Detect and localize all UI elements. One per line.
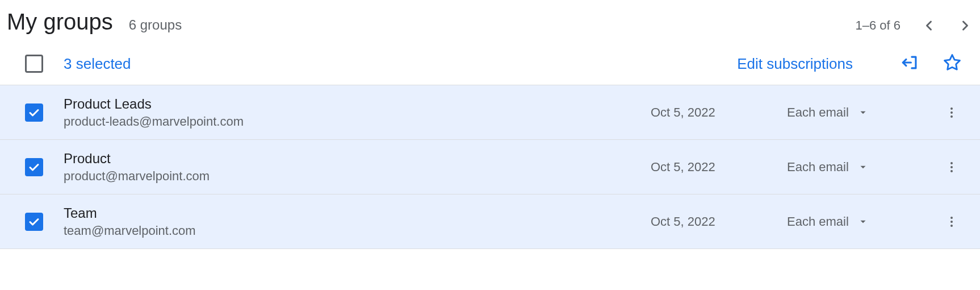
selected-count[interactable]: 3 selected [64,55,131,73]
group-date: Oct 5, 2022 [651,160,787,175]
group-name: Product [64,151,651,167]
pagination: 1–6 of 6 [855,18,973,34]
svg-point-1 [950,111,953,114]
page-header: My groups 6 groups 1–6 of 6 [0,0,980,46]
group-info: Team team@marvelpoint.com [64,205,651,238]
pagination-text: 1–6 of 6 [855,18,901,33]
edit-subscriptions-button[interactable]: Edit subscriptions [737,55,853,73]
more-vert-icon [945,215,958,229]
row-checkbox[interactable] [25,103,43,122]
group-count: 6 groups [129,17,182,33]
subscription-label: Each email [787,160,849,175]
svg-point-7 [950,221,953,223]
subscription-dropdown[interactable]: Each email [787,105,935,120]
svg-point-4 [950,166,953,168]
groups-list: Product Leads product-leads@marvelpoint.… [0,85,980,249]
check-icon [27,106,41,119]
page-title: My groups [7,9,113,35]
row-menu-button[interactable] [935,215,969,229]
check-icon [27,215,41,229]
group-name: Team [64,205,651,221]
svg-point-2 [950,115,953,118]
row-checkbox[interactable] [25,213,43,231]
dropdown-triangle-icon [858,107,868,118]
check-icon [27,160,41,174]
dropdown-triangle-icon [858,217,868,227]
chevron-right-icon [957,18,973,34]
group-info: Product product@marvelpoint.com [64,151,651,184]
subscription-dropdown[interactable]: Each email [787,160,935,175]
subscription-label: Each email [787,214,849,229]
leave-icon [901,53,920,72]
more-vert-icon [945,106,958,119]
dropdown-triangle-icon [858,162,868,172]
group-date: Oct 5, 2022 [651,214,787,229]
row-checkbox[interactable] [25,158,43,176]
group-row[interactable]: Team team@marvelpoint.com Oct 5, 2022 Ea… [0,194,980,249]
row-menu-button[interactable] [935,106,969,119]
prev-page-button[interactable] [921,18,937,34]
star-button[interactable] [943,53,962,74]
group-row[interactable]: Product product@marvelpoint.com Oct 5, 2… [0,140,980,194]
group-email: product-leads@marvelpoint.com [64,114,651,129]
bulk-toolbar: 3 selected Edit subscriptions [0,46,980,85]
subscription-dropdown[interactable]: Each email [787,214,935,229]
row-menu-button[interactable] [935,160,969,174]
group-name: Product Leads [64,96,651,112]
group-date: Oct 5, 2022 [651,105,787,120]
chevron-left-icon [921,18,937,34]
svg-point-5 [950,170,953,172]
next-page-button[interactable] [957,18,973,34]
group-email: product@marvelpoint.com [64,169,651,184]
svg-point-8 [950,225,953,227]
more-vert-icon [945,160,958,174]
group-info: Product Leads product-leads@marvelpoint.… [64,96,651,129]
svg-point-3 [950,162,953,164]
leave-group-button[interactable] [901,53,920,74]
svg-point-6 [950,217,953,219]
group-row[interactable]: Product Leads product-leads@marvelpoint.… [0,85,980,140]
subscription-label: Each email [787,105,849,120]
star-outline-icon [943,53,962,72]
group-email: team@marvelpoint.com [64,223,651,238]
select-all-checkbox[interactable] [25,55,43,73]
svg-point-0 [950,107,953,110]
